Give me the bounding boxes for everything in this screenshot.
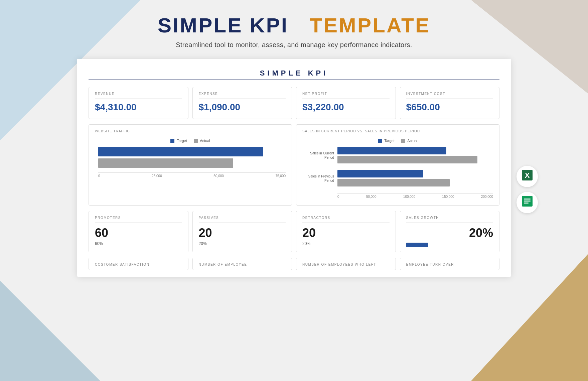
legend-actual: Actual — [194, 139, 210, 143]
sbar-previous-actual — [337, 179, 450, 186]
sales-comparison-chart: Sales in Current Period Sales in Previou… — [302, 147, 493, 201]
metric-netprofit-label: NET PROFIT — [302, 92, 390, 99]
nps-sales-growth-bar-container — [406, 243, 493, 247]
nps-promoters: PROMOTERS 60 60% — [89, 211, 188, 252]
nps-detractors-label: DETRACTORS — [302, 216, 390, 223]
metric-expense-label: EXPENSE — [199, 92, 286, 99]
excel-icon: X — [521, 169, 533, 184]
icon-buttons: X — [517, 166, 538, 213]
svg-rect-5 — [524, 199, 531, 200]
svg-rect-6 — [524, 201, 531, 202]
nps-promoters-pct: 60% — [95, 241, 182, 246]
nps-detractors-value: 20 — [302, 226, 390, 240]
page-title: SIMPLE KPI TEMPLATE — [158, 13, 431, 37]
hbar-actual — [98, 158, 233, 168]
nps-row: PROMOTERS 60 60% PASSIVES 20 20% DETRACT… — [89, 211, 499, 252]
bottom-label-employees-left: NUMBER OF EMPLOYEES WHO LEFT — [296, 258, 396, 270]
svg-text:X: X — [525, 171, 530, 179]
bottom-label-employee-num-text: NUMBER OF EMPLOYEE — [199, 263, 286, 266]
sales-row-current: Sales in Current Period — [302, 147, 493, 163]
metric-investment-label: INVESTMENT COST — [406, 92, 493, 99]
metric-revenue: REVENUE $4,310.00 — [89, 87, 188, 119]
nps-passives-value: 20 — [199, 226, 286, 240]
legend-target-dot — [170, 139, 174, 143]
sales-bars-current — [337, 147, 493, 163]
sales-legend-target: Target — [378, 139, 394, 143]
title-dark-part: SIMPLE KPI — [158, 14, 288, 37]
bottom-label-turnover: EMPLOYEE TURN OVER — [400, 258, 500, 270]
nps-promoters-value: 60 — [95, 226, 182, 240]
sheets-icon — [521, 195, 533, 210]
sales-bars-previous — [337, 170, 493, 186]
sales-legend-target-dot — [378, 139, 382, 143]
sales-axis: 0 50,000 100,000 150,000 200,000 — [337, 193, 493, 199]
nps-sales-growth-label: SALES GROWTH — [406, 216, 493, 223]
metric-investment-value: $650.00 — [406, 102, 493, 113]
website-traffic-title: WEBSITE TRAFFIC — [95, 129, 286, 136]
metric-netprofit-value: $3,220.00 — [302, 102, 390, 113]
bottom-label-satisfaction-text: COSTOMER SATISFACTION — [95, 263, 182, 266]
dashboard-card: SIMPLE KPI REVENUE $4,310.00 EXPENSE $1,… — [77, 59, 511, 277]
sales-legend-actual-dot — [401, 139, 405, 143]
sales-label-current: Sales in Current Period — [302, 151, 334, 160]
hbar-target — [98, 147, 263, 156]
nps-sales-growth-bar — [406, 243, 428, 247]
sbar-current-actual — [337, 156, 477, 163]
sales-legend-actual: Actual — [401, 139, 418, 143]
metric-revenue-value: $4,310.00 — [95, 102, 182, 113]
nps-promoters-label: PROMOTERS — [95, 216, 182, 223]
hbar-target-group — [98, 147, 286, 168]
bottom-label-satisfaction: COSTOMER SATISFACTION — [89, 258, 188, 270]
hbar-axis: 0 25,000 50,000 75,000 — [98, 172, 286, 178]
nps-passives: PASSIVES 20 20% — [192, 211, 292, 252]
sales-comparison-card: SALES IN CURRENT PERIOD VS. SALES IN PRE… — [296, 124, 499, 206]
kpi-divider — [89, 80, 499, 80]
metric-revenue-label: REVENUE — [95, 92, 182, 99]
metric-netprofit: NET PROFIT $3,220.00 — [296, 87, 396, 119]
bottom-label-turnover-text: EMPLOYEE TURN OVER — [406, 263, 493, 266]
sales-label-previous: Sales in PreviousPeriod — [302, 174, 334, 183]
website-traffic-chart: 0 25,000 50,000 75,000 — [95, 147, 286, 190]
kpi-title: SIMPLE KPI — [89, 69, 499, 78]
bottom-labels-row: COSTOMER SATISFACTION NUMBER OF EMPLOYEE… — [89, 258, 499, 270]
excel-button[interactable]: X — [517, 166, 538, 187]
bottom-label-employees-left-text: NUMBER OF EMPLOYEES WHO LEFT — [302, 263, 390, 266]
metric-expense: EXPENSE $1,090.00 — [192, 87, 292, 119]
legend-target: Target — [170, 139, 187, 143]
sales-comparison-title: SALES IN CURRENT PERIOD VS. SALES IN PRE… — [302, 129, 493, 136]
website-traffic-legend: Target Actual — [95, 139, 286, 143]
nps-sales-growth: SALES GROWTH 20% — [400, 211, 500, 252]
metric-expense-value: $1,090.00 — [199, 102, 286, 113]
title-orange-part: TEMPLATE — [310, 14, 431, 37]
bottom-label-employee-num: NUMBER OF EMPLOYEE — [192, 258, 292, 270]
nps-detractors-pct: 20% — [302, 241, 390, 246]
nps-detractors: DETRACTORS 20 20% — [296, 211, 396, 252]
nps-sales-growth-value: 20% — [406, 226, 493, 240]
sbar-current-target — [337, 147, 446, 154]
nps-passives-label: PASSIVES — [199, 216, 286, 223]
metrics-row: REVENUE $4,310.00 EXPENSE $1,090.00 NET … — [89, 87, 499, 119]
sheets-button[interactable] — [517, 192, 538, 213]
svg-rect-7 — [524, 203, 529, 204]
nps-passives-pct: 20% — [199, 241, 286, 246]
sales-row-previous: Sales in PreviousPeriod — [302, 170, 493, 186]
metric-investment: INVESTMENT COST $650.00 — [400, 87, 500, 119]
website-traffic-card: WEBSITE TRAFFIC Target Actual — [89, 124, 292, 206]
legend-actual-dot — [194, 139, 198, 143]
sales-comparison-legend: Target Actual — [302, 139, 493, 143]
sbar-previous-target — [337, 170, 423, 177]
page-subtitle: Streamlined tool to monitor, assess, and… — [176, 41, 412, 49]
charts-row: WEBSITE TRAFFIC Target Actual — [89, 124, 499, 206]
